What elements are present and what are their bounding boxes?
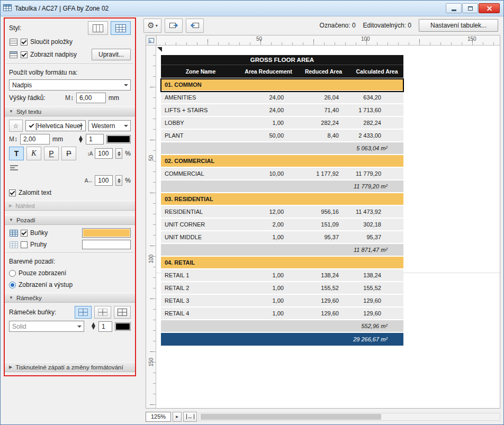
cell-2[interactable]: 26,04 xyxy=(296,94,350,101)
cell-1[interactable]: 24,00 xyxy=(240,107,296,113)
cell-3[interactable]: 11 779,20 xyxy=(350,170,403,177)
cell-2[interactable]: 95,37 xyxy=(296,234,350,240)
cell-1[interactable]: 1,00 xyxy=(240,120,296,126)
underline-button[interactable]: P xyxy=(44,147,59,160)
row-height-input[interactable]: 6,00 xyxy=(76,93,106,103)
cell-2[interactable]: 138,24 xyxy=(296,272,350,278)
display-only-radio[interactable] xyxy=(9,270,16,277)
cell-1[interactable]: 1,00 xyxy=(240,272,296,278)
font-script-select[interactable]: Western xyxy=(88,120,131,131)
cell-2[interactable]: 282,24 xyxy=(296,120,350,126)
zone-name[interactable]: 02. COMMERCIAL xyxy=(161,158,214,164)
line-spacing-input[interactable]: 100 xyxy=(95,148,113,159)
section-preview[interactable]: ▶ Náhled xyxy=(5,201,135,211)
cell-1[interactable]: 1,00 xyxy=(240,285,296,291)
zone-subtotal-value[interactable]: 5 063,04 m² xyxy=(161,145,403,151)
ruler-origin-button[interactable] xyxy=(146,35,157,45)
zone-name[interactable]: 01. COMMON xyxy=(161,82,202,88)
frame-linetype-select[interactable]: Solid xyxy=(9,321,84,332)
italic-button[interactable]: K xyxy=(26,147,41,160)
frame-all-borders-button[interactable] xyxy=(75,306,92,319)
cell-0[interactable]: AMENITIES xyxy=(161,94,240,101)
text-color-swatch[interactable] xyxy=(106,135,131,143)
cell-0[interactable]: RETAIL 1 xyxy=(161,272,240,278)
horizontal-scrollbar[interactable] xyxy=(199,413,500,421)
horizontal-ruler[interactable]: 50 100 150 xyxy=(157,35,500,45)
cell-0[interactable]: RETAIL 3 xyxy=(161,297,240,304)
cell-2[interactable]: 151,09 xyxy=(296,221,350,228)
cells-checkbox[interactable] xyxy=(21,230,28,237)
align-left-icon[interactable] xyxy=(9,163,136,173)
edit-button[interactable]: Upravit... xyxy=(92,49,131,60)
fit-width-button[interactable]: ↔ xyxy=(183,412,197,422)
frame-pen-input[interactable]: 1 xyxy=(98,321,112,332)
cell-0[interactable]: PLANT xyxy=(161,132,240,139)
cell-0[interactable]: LOBBY xyxy=(161,120,240,126)
cell-3[interactable]: 129,60 xyxy=(350,310,403,317)
cell-2[interactable]: 155,52 xyxy=(296,285,350,291)
cell-0[interactable]: RETAIL 2 xyxy=(161,285,240,291)
font-family-select[interactable]: [Helvetica Neue] xyxy=(25,120,86,131)
cell-0[interactable]: LIFTS + STAIRS xyxy=(161,107,240,113)
cell-3[interactable]: 634,20 xyxy=(350,94,403,101)
cell-2[interactable]: 129,60 xyxy=(296,310,350,317)
grand-total-value[interactable]: 29 266,67 m² xyxy=(161,336,403,342)
cell-3[interactable]: 11 473,92 xyxy=(350,209,403,215)
stripes-checkbox[interactable] xyxy=(21,241,28,248)
frame-color-swatch[interactable] xyxy=(115,322,131,331)
frame-inner-borders-button[interactable] xyxy=(94,306,111,319)
minimize-button[interactable] xyxy=(446,3,462,13)
display-output-radio[interactable] xyxy=(9,282,16,288)
cell-3[interactable]: 138,24 xyxy=(350,272,403,278)
cell-0[interactable]: UNIT MIDDLE xyxy=(161,234,240,240)
style-plain-view-button[interactable] xyxy=(88,21,108,35)
wrap-text-checkbox[interactable] xyxy=(9,189,16,196)
line-spacing-stepper[interactable] xyxy=(115,148,122,159)
cell-2[interactable]: 956,16 xyxy=(296,209,350,215)
favorites-button[interactable]: ☆ xyxy=(9,120,23,132)
cell-0[interactable]: UNIT CORNER xyxy=(161,221,240,228)
char-spacing-stepper[interactable] xyxy=(115,175,122,186)
section-frames[interactable]: ▼ Rámečky xyxy=(5,293,135,303)
drawing-canvas[interactable]: GROSS FLOOR AREAZone NameArea Reducement… xyxy=(156,46,500,408)
zone-subtotal-value[interactable]: 552,96 m² xyxy=(161,323,403,329)
cell-3[interactable]: 95,37 xyxy=(350,234,403,240)
char-spacing-input[interactable]: 100 xyxy=(95,175,113,186)
zone-subtotal-value[interactable]: 11 779,20 m² xyxy=(161,183,403,189)
section-text-style[interactable]: ▼ Styl textu xyxy=(5,106,135,116)
cell-1[interactable]: 10,00 xyxy=(240,170,296,177)
cell-1[interactable]: 12,00 xyxy=(240,209,296,215)
column-header-1[interactable]: Area Reducement xyxy=(240,68,296,75)
zone-name[interactable]: 03. RESIDENTIAL xyxy=(161,196,213,202)
maximize-button[interactable] xyxy=(462,3,478,13)
cells-color-swatch[interactable] xyxy=(82,228,131,238)
zoom-menu-button[interactable]: ▸ xyxy=(173,412,182,422)
cell-2[interactable]: 1 177,92 xyxy=(296,170,350,177)
inject-parameters-button[interactable] xyxy=(186,19,204,33)
section-printable-footer[interactable]: ▶ Tisknutelné zápatí a změny formátování xyxy=(5,362,135,372)
zoom-level[interactable]: 125% xyxy=(146,412,171,422)
cell-3[interactable]: 1 713,60 xyxy=(350,107,403,113)
schedule-title[interactable]: GROSS FLOOR AREA xyxy=(250,57,314,63)
cell-1[interactable]: 1,00 xyxy=(240,310,296,317)
vertical-ruler[interactable]: 50 100 150 xyxy=(146,46,156,408)
show-headers-checkbox[interactable] xyxy=(21,51,28,58)
cell-0[interactable]: RETAIL 4 xyxy=(161,310,240,317)
bold-button[interactable]: T xyxy=(9,147,24,160)
cell-3[interactable]: 155,52 xyxy=(350,285,403,291)
cell-3[interactable]: 2 433,00 xyxy=(350,132,403,139)
close-button[interactable] xyxy=(479,3,500,13)
text-size-input[interactable]: 2,00 xyxy=(20,134,50,144)
cell-2[interactable]: 71,40 xyxy=(296,107,350,113)
section-background[interactable]: ▼ Pozadí xyxy=(5,215,135,225)
table-settings-button[interactable]: Nastavení tabulek... xyxy=(419,19,498,32)
scheme-settings-button[interactable]: ⚙ ▾ xyxy=(143,19,161,33)
cell-3[interactable]: 302,18 xyxy=(350,221,403,228)
cell-1[interactable]: 2,00 xyxy=(240,221,296,228)
titlebar[interactable]: Tabulka / AC27 | GFA by Zone 02 xyxy=(1,1,503,16)
column-header-2[interactable]: Reduced Area xyxy=(296,68,350,75)
cell-1[interactable]: 1,00 xyxy=(240,234,296,240)
cell-1[interactable]: 1,00 xyxy=(240,297,296,304)
cell-1[interactable]: 50,00 xyxy=(240,132,296,139)
column-header-3[interactable]: Calculated Area xyxy=(350,68,403,75)
